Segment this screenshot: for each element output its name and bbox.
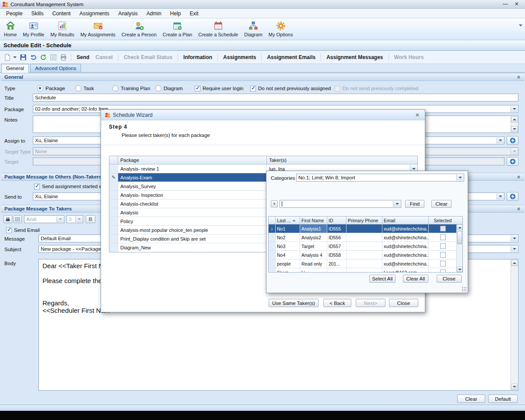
- bold-button[interactable]: B: [86, 215, 95, 223]
- group-header-general[interactable]: General «: [1, 73, 524, 81]
- use-same-takers-button[interactable]: Use Same Taker(s): [269, 299, 318, 307]
- column-header-selected[interactable]: Selected: [429, 217, 457, 224]
- id-cell[interactable]: ID558: [327, 251, 346, 259]
- checkbox-send-assignment-started-email[interactable]: Send assignment started email: [34, 183, 111, 190]
- selected-cell[interactable]: [429, 233, 457, 242]
- dropdown-arrow-icon[interactable]: [75, 216, 82, 222]
- select-all-button[interactable]: Select All: [369, 275, 396, 283]
- toolbar-create-plan-button[interactable]: Create a Plan: [160, 19, 195, 38]
- dropdown-arrow-icon[interactable]: [497, 137, 504, 144]
- last-name-cell[interactable]: No3: [276, 242, 300, 250]
- last-name-cell[interactable]: Siyun: [276, 268, 300, 273]
- column-header-primary-phone[interactable]: Primary Phone: [346, 217, 382, 224]
- find-button[interactable]: Find: [405, 200, 424, 208]
- send-to-add-button[interactable]: [507, 192, 518, 201]
- people-grid-scrollbar[interactable]: [456, 224, 462, 272]
- package-cell[interactable]: Analysis- review 1: [118, 164, 267, 173]
- radio-diagram[interactable]: Diagram: [155, 85, 182, 92]
- toolbar-overflow-icon[interactable]: [519, 26, 524, 32]
- menu-assignments[interactable]: Assignments: [75, 9, 114, 18]
- checkbox-require-user-login[interactable]: Require user login: [195, 85, 243, 92]
- clear-button[interactable]: Clear: [431, 200, 452, 208]
- dropdown-arrow-icon[interactable]: [511, 235, 518, 242]
- menu-people[interactable]: People: [2, 9, 27, 18]
- collapse-chevron-icon[interactable]: «: [516, 75, 522, 78]
- id-cell[interactable]: [327, 268, 346, 273]
- selected-cell[interactable]: [429, 224, 457, 233]
- resize-grip[interactable]: [462, 287, 467, 292]
- clear-all-button[interactable]: Clear All: [403, 275, 428, 283]
- menu-content[interactable]: Content: [48, 9, 75, 18]
- radio-package[interactable]: Package: [37, 85, 65, 92]
- package-cell[interactable]: Analysis: [118, 208, 267, 217]
- checkbox-icon[interactable]: [440, 226, 446, 231]
- dropdown-arrow-icon[interactable]: [511, 246, 518, 252]
- radio-training-plan[interactable]: Training Plan: [112, 85, 150, 92]
- selected-cell[interactable]: [429, 259, 457, 268]
- phone-cell[interactable]: [346, 268, 382, 273]
- new-document-icon[interactable]: [3, 52, 12, 62]
- menu-skills[interactable]: Skills: [27, 9, 48, 18]
- send-button[interactable]: Send: [74, 52, 92, 62]
- first-name-cell[interactable]: Target: [300, 242, 327, 250]
- toolbar-diagram-button[interactable]: Diagram: [241, 19, 266, 38]
- dropdown-arrow-icon[interactable]: [511, 106, 518, 112]
- target-add-button[interactable]: [507, 157, 518, 166]
- email-cell[interactable]: xud@shinetechchina...: [382, 224, 429, 233]
- toolbar-home-button[interactable]: Home: [1, 19, 20, 38]
- checkbox-icon[interactable]: [440, 270, 446, 273]
- selected-cell[interactable]: [429, 251, 457, 259]
- clear-search-icon[interactable]: ×: [271, 200, 278, 207]
- checkbox-icon[interactable]: [440, 261, 446, 266]
- back-button[interactable]: < Back: [323, 299, 351, 307]
- email-cell[interactable]: xud@shinetechchina...: [382, 233, 429, 242]
- last-name-cell[interactable]: No4: [276, 251, 300, 259]
- dropdown-arrow-icon[interactable]: [56, 216, 63, 222]
- first-name-cell[interactable]: Analysis2: [300, 233, 327, 242]
- package-cell[interactable]: Analysis-checklist: [118, 200, 267, 208]
- email-cell[interactable]: Liyun@163.com: [382, 268, 429, 273]
- column-header-id[interactable]: ID: [327, 217, 346, 224]
- column-header-takers[interactable]: Taker(s): [267, 156, 417, 164]
- information-button[interactable]: Information: [180, 52, 215, 62]
- first-name-cell[interactable]: Li...: [300, 268, 327, 273]
- list-icon[interactable]: [49, 52, 58, 62]
- last-name-cell[interactable]: people: [276, 259, 300, 268]
- phone-cell[interactable]: [346, 233, 382, 242]
- find-button[interactable]: [4, 215, 12, 223]
- first-name-cell[interactable]: Read only: [300, 259, 327, 268]
- assign-to-add-button[interactable]: [507, 136, 518, 145]
- column-header-last-name[interactable]: Last ...: [276, 217, 300, 224]
- merge-field-button[interactable]: [13, 215, 22, 223]
- first-name-cell[interactable]: Analysis1: [300, 224, 327, 233]
- dialog-title-bar[interactable]: Schedule Wizard ✕: [101, 110, 425, 120]
- assignments-button[interactable]: Assignments: [220, 52, 259, 62]
- dialog-close-icon[interactable]: ✕: [413, 112, 421, 118]
- package-cell[interactable]: Analysis- Inspection: [118, 191, 267, 199]
- package-cell[interactable]: Diagram_New: [118, 243, 267, 252]
- toolbar-my-options-button[interactable]: My Options: [266, 19, 296, 38]
- phone-cell[interactable]: [346, 242, 382, 250]
- checkbox-icon[interactable]: [440, 243, 446, 249]
- column-header-package[interactable]: Package: [118, 156, 267, 164]
- dropdown-arrow-icon[interactable]: [393, 201, 400, 207]
- minimize-icon[interactable]: —: [500, 1, 510, 7]
- package-cell[interactable]: Analysis_Survey: [118, 182, 267, 190]
- checkbox-icon[interactable]: [440, 252, 446, 258]
- people-row[interactable]: No3 Target ID557 xud@shinetechchina...: [269, 242, 462, 251]
- notes-scrollbar[interactable]: [511, 116, 518, 132]
- collapse-chevron-icon[interactable]: «: [516, 175, 522, 178]
- id-cell[interactable]: ID556: [327, 233, 346, 242]
- toolbar-my-results-button[interactable]: My Results: [47, 19, 77, 38]
- toolbar-my-assignments-button[interactable]: My Assignments: [77, 19, 119, 38]
- popup-close-button[interactable]: Close: [437, 275, 462, 283]
- selected-cell[interactable]: [429, 268, 457, 273]
- package-cell[interactable]: Print_Diaplay condition and Skip are set: [118, 234, 267, 243]
- tab-advanced-options[interactable]: Advanced Options: [30, 64, 81, 72]
- id-cell[interactable]: ID557: [327, 242, 346, 250]
- search-combobox[interactable]: [280, 200, 401, 208]
- phone-cell[interactable]: [346, 251, 382, 259]
- font-name-combobox[interactable]: Arial: [24, 215, 64, 223]
- clear-button[interactable]: Clear: [457, 395, 485, 403]
- menu-help[interactable]: Help: [166, 9, 186, 18]
